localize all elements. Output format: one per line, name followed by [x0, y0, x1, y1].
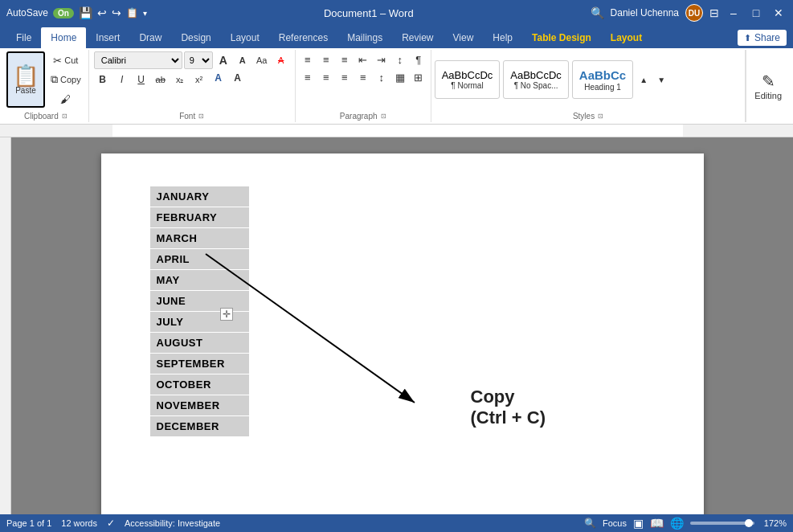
multilevel-list-button[interactable]: ≡ — [336, 51, 354, 68]
style-no-spacing-item[interactable]: AaBbCcDc ¶ No Spac... — [503, 60, 569, 99]
tab-insert[interactable]: Insert — [86, 27, 129, 48]
show-hide-button[interactable]: ¶ — [410, 51, 427, 68]
clipboard-group-label: Clipboard — [24, 112, 59, 121]
justify-button[interactable]: ≡ — [354, 69, 372, 85]
copy-button[interactable]: ⧉ Copy — [47, 71, 85, 88]
user-avatar[interactable]: DU — [685, 4, 703, 22]
subscript-button[interactable]: x₂ — [171, 71, 189, 88]
quick-access-icon[interactable]: 📋 — [126, 7, 138, 18]
month-cell[interactable]: APRIL — [149, 249, 249, 270]
zoom-level[interactable]: 172% — [761, 518, 787, 528]
paragraph-expand-icon[interactable]: ⊡ — [381, 113, 386, 120]
strikethrough-button[interactable]: ab — [152, 71, 170, 88]
month-cell[interactable]: JANUARY — [149, 186, 249, 207]
month-cell[interactable]: DECEMBER — [149, 416, 249, 437]
month-cell[interactable]: MARCH — [149, 228, 249, 249]
search-icon[interactable]: 🔍 — [591, 6, 604, 19]
share-button[interactable]: ⬆ Share — [738, 30, 787, 46]
shading-button[interactable]: ▦ — [391, 69, 409, 85]
highlight-button[interactable]: A — [229, 71, 247, 88]
tab-design[interactable]: Design — [171, 27, 220, 48]
line-spacing-button[interactable]: ↕ — [373, 69, 390, 85]
sort-button[interactable]: ↕ — [391, 51, 409, 68]
style-heading1-item[interactable]: AaBbCc Heading 1 — [572, 60, 633, 99]
decrease-indent-button[interactable]: ⇤ — [354, 51, 372, 68]
minimize-button[interactable]: – — [726, 5, 742, 21]
tab-home[interactable]: Home — [41, 27, 86, 48]
accessibility-label[interactable]: Accessibility: Investigate — [125, 518, 220, 528]
month-cell[interactable]: AUGUST — [149, 333, 249, 354]
focus-icon[interactable]: 🔍 — [584, 518, 596, 529]
month-cell[interactable]: MAY — [149, 270, 249, 291]
center-button[interactable]: ≡ — [317, 69, 335, 85]
tab-mailings[interactable]: Mailings — [337, 27, 392, 48]
zoom-slider-thumb[interactable] — [745, 519, 753, 527]
styles-scroll-up[interactable]: ▲ — [636, 68, 651, 91]
tab-table-design[interactable]: Table Design — [522, 27, 601, 48]
title-bar-left: AutoSave On 💾 ↩ ↪ 📋 ▾ — [6, 6, 147, 19]
grow-font-button[interactable]: A — [215, 51, 232, 69]
copy-label: Copy — [60, 75, 81, 84]
editing-pencil-icon: ✎ — [762, 72, 775, 91]
numbered-list-button[interactable]: ≡ — [317, 51, 335, 68]
restore-button[interactable]: □ — [748, 5, 764, 21]
clipboard-expand-icon[interactable]: ⊡ — [62, 113, 67, 120]
font-size-select[interactable]: 9 — [184, 51, 213, 69]
ribbon-display-icon[interactable]: ⊟ — [709, 6, 719, 19]
autosave-toggle[interactable]: On — [53, 8, 74, 18]
italic-button[interactable]: I — [113, 71, 131, 88]
tab-view[interactable]: View — [444, 27, 484, 48]
underline-button[interactable]: U — [133, 71, 150, 88]
status-bar: Page 1 of 1 12 words ✓ Accessibility: In… — [0, 514, 793, 532]
font-family-select[interactable]: Calibri — [94, 51, 182, 69]
view-web-icon[interactable]: 🌐 — [670, 517, 684, 530]
superscript-button[interactable]: x² — [190, 71, 208, 88]
month-cell[interactable]: FEBRUARY — [149, 207, 249, 228]
clear-format-button[interactable]: A — [272, 51, 290, 69]
month-cell[interactable]: NOVEMBER — [149, 395, 249, 416]
table-row: DECEMBER — [149, 416, 249, 437]
styles-scroll-down[interactable]: ▼ — [654, 68, 668, 91]
font-expand-icon[interactable]: ⊡ — [198, 113, 204, 120]
focus-label[interactable]: Focus — [603, 518, 627, 528]
month-cell[interactable]: JULY — [149, 312, 249, 333]
shrink-font-button[interactable]: A — [234, 51, 251, 69]
table-move-handle[interactable]: ✛ — [220, 308, 233, 321]
align-left-button[interactable]: ≡ — [299, 69, 317, 85]
tab-references[interactable]: References — [269, 27, 337, 48]
borders-button[interactable]: ⊞ — [410, 69, 427, 85]
redo-icon[interactable]: ↪ — [112, 6, 121, 19]
tab-help[interactable]: Help — [483, 27, 522, 48]
bullet-list-button[interactable]: ≡ — [299, 51, 317, 68]
status-right: 🔍 Focus ▣ 📖 🌐 172% — [584, 517, 787, 530]
username-label: Daniel Uchenna — [611, 7, 679, 18]
format-painter-button[interactable]: 🖌 — [47, 90, 85, 108]
change-case-button[interactable]: Aa — [253, 51, 271, 69]
font-color-button[interactable]: A — [210, 71, 227, 88]
month-cell[interactable]: OCTOBER — [149, 374, 249, 395]
table-row: NOVEMBER — [149, 395, 249, 416]
word-count: 12 words — [61, 518, 97, 528]
tab-file[interactable]: File — [6, 27, 41, 48]
tab-table-layout[interactable]: Layout — [601, 27, 652, 48]
close-button[interactable]: ✕ — [771, 5, 787, 21]
view-layout-icon[interactable]: ▣ — [633, 517, 644, 530]
paste-icon: 📋 — [13, 65, 39, 86]
tab-draw[interactable]: Draw — [129, 27, 171, 48]
month-cell[interactable]: SEPTEMBER — [149, 354, 249, 374]
tab-layout[interactable]: Layout — [221, 27, 269, 48]
undo-icon[interactable]: ↩ — [97, 6, 107, 19]
paste-button[interactable]: 📋 Paste — [6, 51, 45, 108]
page-wrapper: ✛ JANUARYFEBRUARYMARCHAPRILMAYJUNEJULYAU… — [11, 137, 793, 514]
tab-review[interactable]: Review — [392, 27, 443, 48]
month-cell[interactable]: JUNE — [149, 291, 249, 312]
styles-expand-icon[interactable]: ⊡ — [598, 113, 603, 120]
increase-indent-button[interactable]: ⇥ — [373, 51, 390, 68]
cut-button[interactable]: ✂ Cut — [47, 51, 85, 69]
zoom-slider[interactable] — [690, 522, 754, 525]
align-right-button[interactable]: ≡ — [336, 69, 354, 85]
style-normal-item[interactable]: AaBbCcDc ¶ Normal — [435, 60, 501, 99]
save-icon[interactable]: 💾 — [79, 6, 92, 19]
bold-button[interactable]: B — [94, 71, 112, 88]
view-read-icon[interactable]: 📖 — [650, 517, 664, 530]
